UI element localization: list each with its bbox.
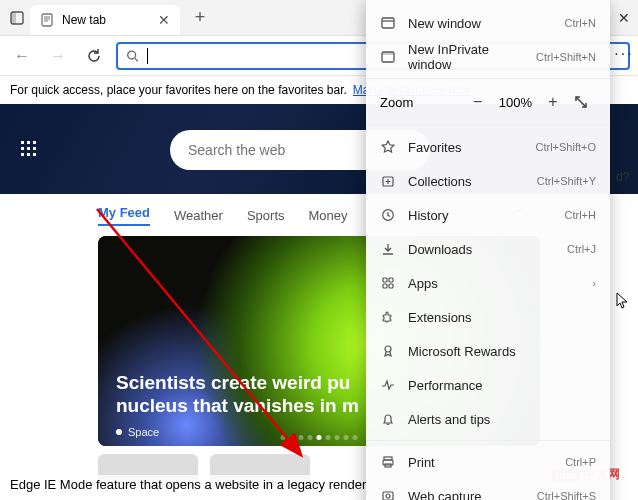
zoom-out-button[interactable]: − xyxy=(467,93,489,111)
svg-rect-11 xyxy=(27,153,30,156)
svg-rect-2 xyxy=(42,14,52,26)
feed-tab-weather[interactable]: Weather xyxy=(174,208,223,223)
menu-rewards[interactable]: Microsoft Rewards xyxy=(366,334,610,368)
text-caret xyxy=(147,48,148,64)
svg-point-23 xyxy=(385,346,391,352)
forward-button: → xyxy=(44,42,72,70)
svg-rect-6 xyxy=(33,141,36,144)
news-headline: Scientists create weird punucleus that v… xyxy=(116,371,359,419)
extensions-icon xyxy=(380,309,396,325)
menu-print[interactable]: Print Ctrl+P xyxy=(366,445,610,479)
menu-webcapture[interactable]: Web capture Ctrl+Shift+S xyxy=(366,479,610,500)
mouse-cursor-icon xyxy=(616,292,630,310)
article-caption: Edge IE Mode feature that opens a websit… xyxy=(6,475,370,494)
search-placeholder: Search the web xyxy=(188,142,285,158)
menu-alerts[interactable]: Alerts and tips xyxy=(366,402,610,436)
svg-rect-4 xyxy=(21,141,24,144)
history-icon xyxy=(380,207,396,223)
favorites-prompt: For quick access, place your favorites h… xyxy=(10,83,347,97)
svg-rect-1 xyxy=(11,12,16,24)
app-menu: New window Ctrl+N New InPrivate window C… xyxy=(366,0,610,500)
print-icon xyxy=(380,454,396,470)
bell-icon xyxy=(380,411,396,427)
svg-rect-21 xyxy=(383,284,387,288)
fullscreen-button[interactable] xyxy=(574,95,596,109)
menu-extensions[interactable]: Extensions xyxy=(366,300,610,334)
star-icon xyxy=(380,139,396,155)
svg-rect-27 xyxy=(383,492,393,500)
page-icon xyxy=(40,13,54,27)
refresh-button[interactable] xyxy=(80,42,108,70)
capture-icon xyxy=(380,488,396,500)
svg-rect-20 xyxy=(389,278,393,282)
menu-favorites[interactable]: Favorites Ctrl+Shift+O xyxy=(366,130,610,164)
download-icon xyxy=(380,241,396,257)
zoom-value: 100% xyxy=(499,95,532,110)
app-launcher-icon[interactable] xyxy=(20,140,38,158)
svg-rect-10 xyxy=(21,153,24,156)
menu-downloads[interactable]: Downloads Ctrl+J xyxy=(366,232,610,266)
svg-rect-7 xyxy=(21,147,24,150)
news-source: Space xyxy=(116,426,159,438)
menu-performance[interactable]: Performance xyxy=(366,368,610,402)
window-icon xyxy=(380,15,396,31)
search-icon xyxy=(126,49,139,63)
cut-off-label: d? xyxy=(616,170,638,198)
tab-actions-icon[interactable] xyxy=(4,5,30,31)
settings-more-button[interactable]: ··· xyxy=(610,40,638,68)
feed-tab-sports[interactable]: Sports xyxy=(247,208,285,223)
svg-rect-9 xyxy=(33,147,36,150)
window-close-button[interactable]: ✕ xyxy=(610,0,638,36)
menu-new-window[interactable]: New window Ctrl+N xyxy=(366,6,610,40)
chevron-right-icon: › xyxy=(592,277,596,289)
svg-rect-12 xyxy=(33,153,36,156)
svg-rect-22 xyxy=(389,284,393,288)
svg-rect-14 xyxy=(382,18,394,28)
new-tab-button[interactable]: + xyxy=(186,4,214,32)
collections-icon xyxy=(380,173,396,189)
svg-rect-16 xyxy=(382,52,394,55)
back-button[interactable]: ← xyxy=(8,42,36,70)
inprivate-icon xyxy=(380,49,396,65)
menu-history[interactable]: History Ctrl+H xyxy=(366,198,610,232)
menu-apps[interactable]: Apps › xyxy=(366,266,610,300)
svg-point-3 xyxy=(128,51,136,59)
svg-point-28 xyxy=(386,494,390,498)
svg-rect-19 xyxy=(383,278,387,282)
performance-icon xyxy=(380,377,396,393)
close-tab-icon[interactable]: ✕ xyxy=(158,12,170,28)
menu-new-inprivate[interactable]: New InPrivate window Ctrl+Shift+N xyxy=(366,40,610,74)
apps-icon xyxy=(380,275,396,291)
carousel-dots[interactable] xyxy=(281,435,358,440)
menu-collections[interactable]: Collections Ctrl+Shift+Y xyxy=(366,164,610,198)
svg-rect-8 xyxy=(27,147,30,150)
svg-rect-5 xyxy=(27,141,30,144)
zoom-in-button[interactable]: + xyxy=(542,93,564,111)
feed-tab-money[interactable]: Money xyxy=(309,208,348,223)
browser-tab[interactable]: New tab ✕ xyxy=(30,5,180,35)
rewards-icon xyxy=(380,343,396,359)
feed-tab-myfeed[interactable]: My Feed xyxy=(98,205,150,226)
tab-title: New tab xyxy=(62,13,106,27)
menu-zoom: Zoom − 100% + xyxy=(366,83,610,121)
